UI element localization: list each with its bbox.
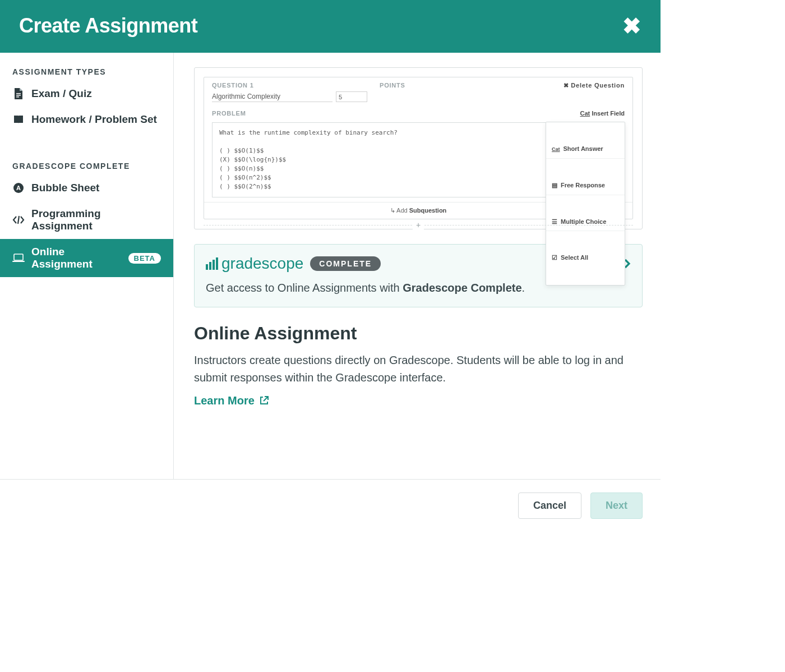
sidebar-item-exam[interactable]: Exam / Quiz: [0, 81, 173, 107]
delete-question-button[interactable]: ✖ Delete Question: [564, 82, 625, 89]
short-answer-icon: Cat: [552, 145, 560, 154]
svg-rect-1: [16, 95, 21, 96]
question-number-label: QUESTION 1: [212, 82, 380, 89]
logo-bars-icon: [206, 257, 218, 270]
book-icon: [12, 113, 25, 126]
svg-rect-5: [14, 254, 23, 260]
sidebar-item-bubble[interactable]: A Bubble Sheet: [0, 175, 173, 201]
beta-badge: BETA: [128, 253, 161, 264]
add-question-divider[interactable]: [204, 225, 633, 225]
modal-title: Create Assignment: [19, 14, 197, 38]
detail-description: Instructors create questions directly on…: [194, 352, 643, 386]
sidebar-item-label: Programming Assignment: [31, 208, 161, 232]
free-response-icon: ▤: [552, 181, 557, 190]
dropdown-short-answer[interactable]: CatShort Answer: [546, 140, 625, 159]
dropdown-free-response[interactable]: ▤Free Response: [546, 177, 625, 195]
sidebar-item-label: Online Assignment: [31, 246, 118, 270]
learn-more-link[interactable]: Learn More: [194, 394, 269, 407]
modal-content: ASSIGNMENT TYPES Exam / Quiz Homework / …: [0, 53, 661, 479]
sidebar-item-programming[interactable]: Programming Assignment: [0, 201, 173, 239]
sidebar-section-gradescope-complete: GRADESCOPE COMPLETE: [0, 156, 173, 175]
question-editor-preview: QUESTION 1 POINTS ✖ Delete Question PROB…: [204, 77, 633, 219]
external-link-icon: [259, 395, 269, 406]
cancel-button[interactable]: Cancel: [518, 493, 581, 519]
modal-footer: Cancel Next: [0, 479, 661, 532]
sidebar-item-label: Exam / Quiz: [31, 88, 92, 100]
next-button[interactable]: Next: [590, 493, 643, 519]
laptop-icon: [12, 252, 25, 264]
problem-text-area[interactable]: What is the runtime complexity of binary…: [212, 122, 625, 197]
insert-field-dropdown: CatShort Answer ▤Free Response ☰Multiple…: [546, 122, 625, 286]
detail-title: Online Assignment: [194, 323, 643, 344]
svg-rect-0: [16, 93, 21, 94]
points-label: POINTS: [380, 82, 444, 89]
gradescope-logo: gradescope: [206, 255, 303, 273]
insert-field-button[interactable]: Cat Insert Field: [580, 110, 625, 117]
bubble-icon: A: [12, 182, 25, 194]
modal-header: Create Assignment ✖: [0, 0, 661, 53]
sidebar: ASSIGNMENT TYPES Exam / Quiz Homework / …: [0, 53, 174, 479]
question-points-input[interactable]: [336, 91, 367, 102]
problem-label: PROBLEM: [204, 108, 632, 119]
code-icon: [12, 214, 25, 226]
dropdown-select-all[interactable]: ☑Select All: [546, 249, 625, 267]
close-icon[interactable]: ✖: [622, 15, 641, 37]
question-title-input[interactable]: [212, 91, 333, 102]
sidebar-item-label: Bubble Sheet: [31, 182, 99, 194]
complete-pill: COMPLETE: [310, 256, 381, 271]
document-icon: [12, 88, 25, 100]
main-panel: QUESTION 1 POINTS ✖ Delete Question PROB…: [174, 53, 661, 479]
sidebar-item-homework[interactable]: Homework / Problem Set: [0, 107, 173, 132]
preview-frame: QUESTION 1 POINTS ✖ Delete Question PROB…: [194, 67, 643, 229]
svg-text:A: A: [16, 185, 21, 191]
select-all-icon: ☑: [552, 254, 557, 263]
svg-rect-2: [16, 96, 19, 98]
sidebar-section-assignment-types: ASSIGNMENT TYPES: [0, 62, 173, 81]
sidebar-item-label: Homework / Problem Set: [31, 113, 157, 126]
sidebar-item-online[interactable]: Online Assignment BETA: [0, 239, 173, 277]
svg-rect-6: [12, 261, 25, 262]
dropdown-multiple-choice[interactable]: ☰Multiple Choice: [546, 213, 625, 232]
